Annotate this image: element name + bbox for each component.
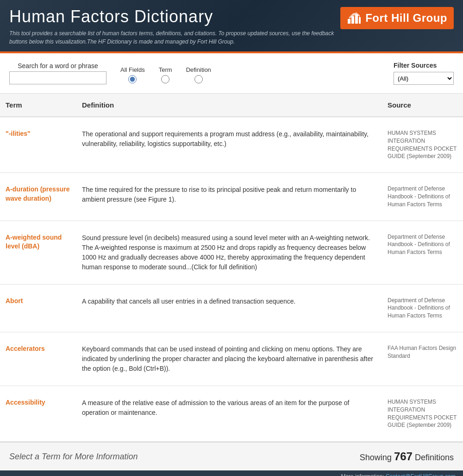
- col-header-source: Source: [382, 98, 463, 112]
- source-ilities: HUMAN SYSTEMS INTEGRATION REQUIREMENTS P…: [382, 127, 463, 163]
- radio-definition[interactable]: Definition: [186, 66, 211, 83]
- table-row[interactable]: A-weighted sound level (dBA) Sound press…: [0, 221, 463, 285]
- source-a-duration: Department of Defense Handbook - Definit…: [382, 182, 463, 211]
- svg-marker-4: [349, 13, 360, 19]
- source-a-weighted: Department of Defense Handbook - Definit…: [382, 230, 463, 275]
- footer-info: Select a Term for More Information Showi…: [0, 442, 463, 470]
- table-row[interactable]: Abort A capability that cancels all user…: [0, 285, 463, 332]
- source-accelerators: FAA Human Factors Design Standard: [382, 342, 463, 376]
- definition-accessibility: A measure of the relative ease of admiss…: [76, 395, 382, 432]
- definition-a-duration: The time required for the pressure to ri…: [76, 182, 382, 211]
- radio-term-label: Term: [159, 66, 172, 73]
- radio-all-fields[interactable]: All Fields: [120, 66, 145, 83]
- svg-rect-0: [348, 19, 350, 24]
- contact-prefix: More information:: [341, 473, 384, 476]
- term-a-duration[interactable]: A-duration (pressure wave duration): [0, 182, 76, 211]
- radio-all-fields-input[interactable]: [128, 75, 137, 83]
- radio-term[interactable]: Term: [159, 66, 172, 83]
- col-header-term: Term: [0, 98, 76, 112]
- term-accelerators[interactable]: Accelerators: [0, 342, 76, 376]
- definition-abort: A capability that cancels all user entri…: [76, 294, 382, 323]
- header: Human Factors Dictionary This tool provi…: [0, 0, 463, 51]
- filter-label: Filter Sources: [394, 62, 454, 69]
- definition-count: 767: [394, 450, 413, 463]
- table-row[interactable]: A-duration (pressure wave duration) The …: [0, 173, 463, 221]
- footer-count: Showing 767 Definitions: [360, 450, 454, 463]
- radio-group: All Fields Term Definition: [120, 66, 211, 83]
- table-row[interactable]: Accelerators Keyboard commands that can …: [0, 332, 463, 386]
- contact-info: More information: Contact@FortHillGroup.…: [341, 473, 456, 476]
- search-label: Search for a word or phrase: [18, 62, 98, 70]
- app-title: Human Factors Dictionary: [9, 7, 340, 26]
- table-row[interactable]: Accessibility A measure of the relative …: [0, 386, 463, 442]
- radio-definition-label: Definition: [186, 66, 211, 73]
- definition-ilities: The operational and support requirements…: [76, 127, 382, 163]
- svg-rect-1: [351, 16, 354, 24]
- table-row[interactable]: "-ilities" The operational and support r…: [0, 117, 463, 173]
- filter-select[interactable]: (All): [394, 72, 454, 85]
- radio-all-fields-label: All Fields: [120, 66, 145, 73]
- header-subtitle: This tool provides a searchable list of …: [9, 29, 340, 46]
- radio-term-input[interactable]: [161, 75, 169, 83]
- bottom-bar: More information: Contact@FortHillGroup.…: [0, 470, 463, 476]
- search-input[interactable]: [9, 71, 106, 84]
- company-logo: Fort Hill Group: [340, 7, 454, 29]
- svg-rect-3: [359, 17, 361, 24]
- header-left: Human Factors Dictionary This tool provi…: [9, 7, 340, 46]
- term-ilities[interactable]: "-ilities": [0, 127, 76, 163]
- term-a-weighted[interactable]: A-weighted sound level (dBA): [0, 230, 76, 275]
- definition-a-weighted: Sound pressure level (in decibels) measu…: [76, 230, 382, 275]
- contact-email-link[interactable]: Contact@FortHillGroup.com: [386, 473, 456, 476]
- definitions-label: Definitions: [415, 453, 454, 462]
- logo-text: Fort Hill Group: [365, 12, 447, 25]
- col-header-definition: Definition: [76, 98, 382, 112]
- filter-section: Filter Sources (All): [394, 62, 454, 85]
- source-accessibility: HUMAN SYSTEMS INTEGRATION REQUIREMENTS P…: [382, 395, 463, 432]
- source-abort: Department of Defense Handbook - Definit…: [382, 294, 463, 323]
- fort-hill-icon: [347, 11, 362, 25]
- svg-rect-2: [355, 14, 358, 24]
- search-bar: Search for a word or phrase All Fields T…: [0, 53, 463, 94]
- definition-accelerators: Keyboard commands that can be used inste…: [76, 342, 382, 376]
- search-section: Search for a word or phrase: [9, 62, 106, 84]
- dictionary-table: Term Definition Source "-ilities" The op…: [0, 94, 463, 442]
- radio-definition-input[interactable]: [194, 75, 203, 83]
- term-accessibility[interactable]: Accessibility: [0, 395, 76, 432]
- showing-label: Showing: [360, 453, 394, 462]
- footer-select-text: Select a Term for More Information: [9, 452, 138, 462]
- term-abort[interactable]: Abort: [0, 294, 76, 323]
- table-header: Term Definition Source: [0, 94, 463, 117]
